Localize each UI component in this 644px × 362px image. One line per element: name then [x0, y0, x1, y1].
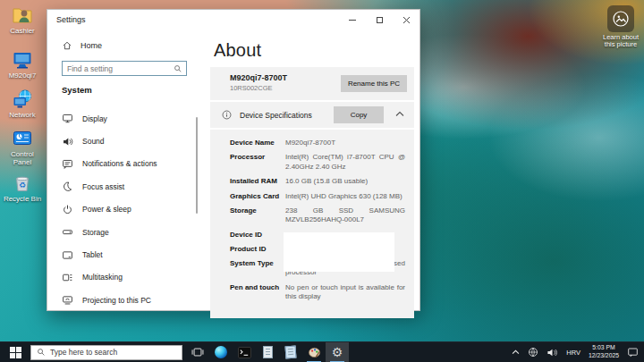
redacted-id-values [284, 232, 394, 272]
settings-search[interactable] [62, 61, 187, 76]
sidebar-item-notifications[interactable]: Notifications & actions [47, 153, 199, 175]
desktop-icon-network[interactable]: Network [2, 88, 43, 120]
spec-value: M920qi7-8700T [285, 139, 405, 147]
sidebar-item-power-sleep[interactable]: Power & sleep [47, 198, 199, 221]
spec-label: Graphics Card [230, 192, 285, 201]
tray-date: 12/23/2025 [589, 352, 619, 360]
spec-row-pen-touch: Pen and touch No pen or touch input is a… [230, 283, 405, 302]
sidebar-item-storage[interactable]: Storage [47, 221, 199, 243]
taskbar-app-command-prompt[interactable] [233, 342, 256, 362]
settings-search-input[interactable] [67, 63, 167, 74]
tablet-icon [62, 249, 73, 261]
user-folder-icon [2, 4, 43, 27]
system-tray: HRV 5:03 PM 12/23/2025 [509, 342, 644, 362]
taskbar-app-paint[interactable] [302, 342, 326, 362]
taskbar-app-document2[interactable] [279, 342, 302, 362]
taskbar-search[interactable]: Type here to search [30, 345, 182, 360]
sidebar-scrollbar[interactable] [196, 117, 198, 214]
spec-row-processor: Processor Intel(R) Core(TM) i7-8700T CPU… [230, 153, 405, 172]
sidebar-item-home[interactable]: Home [62, 40, 102, 51]
document-icon [263, 346, 273, 358]
tray-language-indicator[interactable]: HRV [564, 342, 583, 362]
svg-text:♻: ♻ [19, 181, 26, 189]
sound-icon [62, 136, 73, 147]
sidebar-item-multitasking[interactable]: Multitasking [47, 266, 199, 289]
spec-label: Device ID [230, 231, 285, 240]
rename-pc-button[interactable]: Rename this PC [341, 75, 407, 92]
screen: Cashier M920qi7 Network [0, 0, 644, 362]
desktop-icon-this-pc[interactable]: M920qi7 [2, 48, 43, 80]
device-model: 10RS002CGE [230, 84, 273, 92]
search-icon [37, 348, 46, 357]
sidebar-item-sound[interactable]: Sound [47, 130, 199, 152]
copy-button[interactable]: Copy [334, 106, 384, 123]
spec-row-graphics-card: Graphics Card Intel(R) UHD Graphics 630 … [230, 192, 405, 201]
minimize-button[interactable] [339, 10, 366, 29]
desktop-icon-control-panel[interactable]: Control Panel [2, 127, 43, 167]
taskbar: Type here to search [0, 341, 644, 362]
chevron-up-icon[interactable] [395, 111, 404, 117]
desktop-icon-label: M920qi7 [2, 72, 43, 80]
tray-volume[interactable] [544, 342, 561, 362]
spec-section-title: Device Specifications [240, 111, 312, 120]
learn-about-this-picture[interactable]: Learn about this picture [601, 5, 640, 49]
spec-row-device-name: Device Name M920qi7-8700T [230, 139, 405, 147]
command-prompt-icon [238, 347, 251, 358]
projecting-icon [62, 294, 73, 306]
maximize-icon [377, 17, 383, 23]
sidebar-item-tablet[interactable]: Tablet [47, 243, 199, 265]
sidebar-item-projecting[interactable]: Projecting to this PC [47, 289, 199, 311]
sidebar-item-focus-assist[interactable]: Focus assist [47, 175, 199, 198]
desktop-icon-label: Network [2, 112, 43, 120]
spec-value: 16.0 GB (15.8 GB usable) [285, 177, 405, 186]
spec-label: Product ID [230, 245, 285, 254]
spec-label: Pen and touch [230, 283, 285, 302]
sidebar-item-label: Tablet [82, 250, 103, 259]
sidebar-section-header: System [62, 85, 92, 95]
spec-row-installed-ram: Installed RAM 16.0 GB (15.8 GB usable) [230, 177, 405, 186]
taskbar-app-edge[interactable] [209, 342, 233, 362]
device-specifications-card: Device Name M920qi7-8700T Processor Inte… [210, 130, 414, 318]
sidebar-item-label: Multitasking [82, 273, 123, 282]
taskbar-app-document1[interactable] [256, 342, 279, 362]
device-name-card: M920qi7-8700T 10RS002CGE Rename this PC [210, 67, 414, 100]
task-view-icon [191, 346, 204, 358]
info-icon [222, 110, 232, 120]
settings-window: Settings Home System [47, 9, 420, 311]
sidebar-item-display[interactable]: Display [47, 107, 199, 130]
window-title: Settings [56, 15, 86, 24]
tray-network[interactable] [525, 342, 541, 362]
action-center-button[interactable] [624, 342, 641, 362]
search-icon [174, 64, 182, 73]
desktop-icon-recycle-bin[interactable]: ♻ Recycle Bin [2, 172, 43, 204]
speaker-icon [547, 348, 558, 358]
multitasking-icon [62, 272, 73, 283]
sidebar-item-label: Focus assist [82, 182, 124, 191]
picture-info-icon [607, 5, 634, 32]
device-name: M920qi7-8700T [230, 73, 287, 82]
device-specifications-header[interactable]: Device Specifications Copy [210, 102, 414, 128]
spec-label: Processor [230, 153, 285, 172]
tray-show-hidden-icons[interactable] [509, 342, 522, 362]
page-title: About [214, 40, 261, 61]
notes-icon [285, 346, 297, 359]
settings-main: About M920qi7-8700T 10RS002CGE Rename th… [199, 29, 419, 310]
taskbar-app-settings[interactable] [326, 342, 349, 362]
tray-clock[interactable]: 5:03 PM 12/23/2025 [586, 344, 622, 360]
sidebar-item-label: Notifications & actions [82, 159, 157, 168]
paint-icon [308, 346, 321, 358]
maximize-button[interactable] [366, 10, 393, 29]
title-bar[interactable]: Settings [47, 10, 419, 29]
close-button[interactable] [393, 10, 419, 29]
spec-label: System Type [230, 259, 285, 278]
desktop-icon-user-folder[interactable]: Cashier [2, 4, 43, 36]
sidebar-item-label: Display [82, 114, 107, 123]
spec-label: Device Name [230, 139, 285, 147]
spec-row-storage: Storage 238 GB SSD SAMSUNG MZVLB256HAHQ-… [230, 206, 405, 225]
power-sleep-icon [62, 204, 73, 215]
spec-label: Storage [230, 206, 285, 225]
chevron-up-icon [512, 349, 520, 355]
start-button[interactable] [0, 342, 30, 362]
task-view-button[interactable] [186, 342, 209, 362]
settings-gear-icon [332, 344, 343, 360]
